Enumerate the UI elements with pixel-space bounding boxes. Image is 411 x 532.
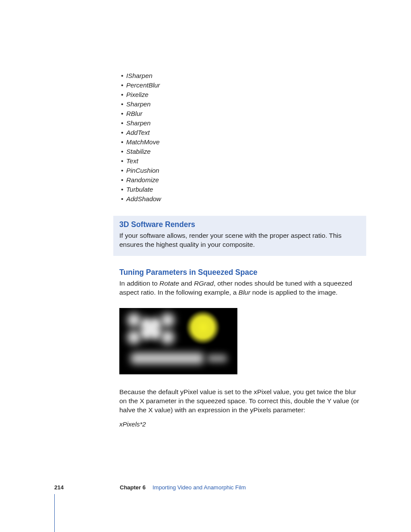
section-tuning-parameters: Tuning Parameters in Squeezed Space In a… — [119, 268, 364, 428]
heading-tuning-parameters: Tuning Parameters in Squeezed Space — [119, 268, 364, 277]
bullet-list: ISharpen PercentBlur Pixelize Sharpen RB… — [119, 71, 364, 204]
figure-shape-circle — [186, 311, 220, 344]
paragraph: Because the default yPixel value is set … — [119, 387, 364, 414]
figure-blur-example — [119, 308, 237, 374]
page-footer: 214 Chapter 6 Importing Video and Anamor… — [0, 484, 411, 491]
list-item: Sharpen — [119, 118, 364, 128]
italic-term-blur: Blur — [239, 289, 251, 296]
list-item: RBlur — [119, 109, 364, 118]
text-run: In addition to — [119, 280, 159, 287]
paragraph: In addition to Rotate and RGrad, other n… — [119, 279, 364, 297]
list-item: Sharpen — [119, 100, 364, 109]
list-item: Text — [119, 156, 364, 166]
margin-rule — [54, 494, 55, 532]
list-item: Stabilize — [119, 147, 364, 156]
list-item: AddText — [119, 128, 364, 137]
list-item: ISharpen — [119, 71, 364, 81]
figure-shape-x — [127, 313, 174, 344]
list-item: AddShadow — [119, 194, 364, 204]
page-number: 214 — [54, 484, 120, 491]
italic-term-rgrad: RGrad — [194, 280, 214, 287]
text-run: and — [179, 280, 194, 287]
chapter-title: Importing Video and Anamorphic Film — [153, 484, 246, 491]
list-item: PinCushion — [119, 166, 364, 175]
list-item: Turbulate — [119, 185, 364, 194]
italic-term-rotate: Rotate — [159, 280, 179, 287]
figure-caption-blur — [131, 353, 229, 367]
callout-box-3d-renders: 3D Software Renders If your software all… — [113, 216, 366, 256]
text-run: node is applied to the image. — [250, 289, 338, 296]
list-item: Randomize — [119, 175, 364, 185]
list-item: Pixelize — [119, 90, 364, 100]
paragraph: If your software allows, render your sce… — [119, 231, 360, 249]
list-item: MatchMove — [119, 137, 364, 147]
list-item: PercentBlur — [119, 81, 364, 90]
page: ISharpen PercentBlur Pixelize Sharpen RB… — [0, 0, 411, 532]
chapter-number-label: Chapter 6 — [120, 484, 146, 491]
heading-3d-renders: 3D Software Renders — [119, 220, 360, 229]
expression-text: xPixels*2 — [119, 420, 364, 428]
